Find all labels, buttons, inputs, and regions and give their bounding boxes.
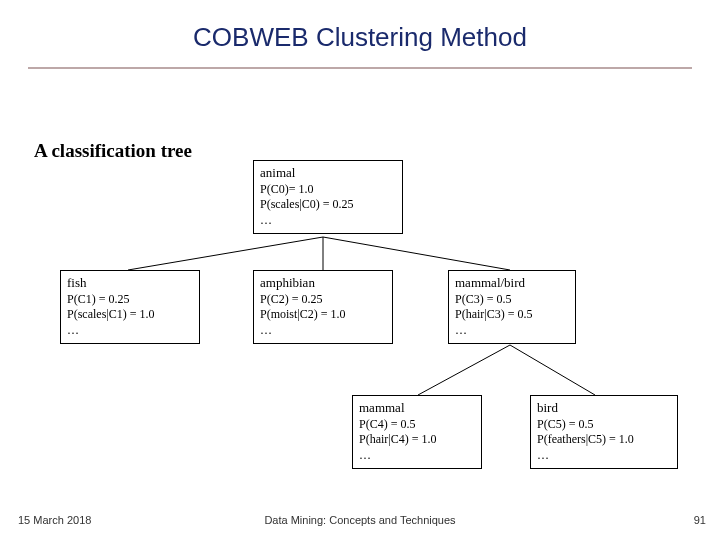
node-label: bird	[537, 400, 671, 417]
node-ellipsis: …	[455, 323, 569, 339]
diagram-caption: A classification tree	[34, 140, 192, 162]
node-ellipsis: …	[67, 323, 193, 339]
node-prob: P(C4) = 0.5	[359, 417, 475, 433]
node-label: mammal	[359, 400, 475, 417]
node-prob: P(C2) = 0.25	[260, 292, 386, 308]
node-cond: P(scales|C0) = 0.25	[260, 197, 396, 213]
node-bird: bird P(C5) = 0.5 P(feathers|C5) = 1.0 …	[530, 395, 678, 469]
page-number: 91	[694, 514, 706, 526]
node-ellipsis: …	[537, 448, 671, 464]
node-mammal: mammal P(C4) = 0.5 P(hair|C4) = 1.0 …	[352, 395, 482, 469]
node-prob: P(C3) = 0.5	[455, 292, 569, 308]
node-ellipsis: …	[260, 323, 386, 339]
node-prob: P(C5) = 0.5	[537, 417, 671, 433]
svg-line-3	[418, 345, 510, 395]
node-cond: P(hair|C3) = 0.5	[455, 307, 569, 323]
node-label: mammal/bird	[455, 275, 569, 292]
node-mammalbird: mammal/bird P(C3) = 0.5 P(hair|C3) = 0.5…	[448, 270, 576, 344]
node-prob: P(C1) = 0.25	[67, 292, 193, 308]
node-label: amphibian	[260, 275, 386, 292]
svg-line-2	[323, 237, 510, 270]
node-cond: P(moist|C2) = 1.0	[260, 307, 386, 323]
node-cond: P(scales|C1) = 1.0	[67, 307, 193, 323]
title-rule	[28, 67, 692, 69]
node-ellipsis: …	[359, 448, 475, 464]
node-amphibian: amphibian P(C2) = 0.25 P(moist|C2) = 1.0…	[253, 270, 393, 344]
node-cond: P(feathers|C5) = 1.0	[537, 432, 671, 448]
node-animal: animal P(C0)= 1.0 P(scales|C0) = 0.25 …	[253, 160, 403, 234]
svg-line-0	[128, 237, 323, 270]
footer-title: Data Mining: Concepts and Techniques	[0, 514, 720, 526]
svg-line-4	[510, 345, 595, 395]
node-fish: fish P(C1) = 0.25 P(scales|C1) = 1.0 …	[60, 270, 200, 344]
node-prob: P(C0)= 1.0	[260, 182, 396, 198]
node-cond: P(hair|C4) = 1.0	[359, 432, 475, 448]
node-ellipsis: …	[260, 213, 396, 229]
node-label: fish	[67, 275, 193, 292]
slide-title: COBWEB Clustering Method	[0, 0, 720, 53]
node-label: animal	[260, 165, 396, 182]
